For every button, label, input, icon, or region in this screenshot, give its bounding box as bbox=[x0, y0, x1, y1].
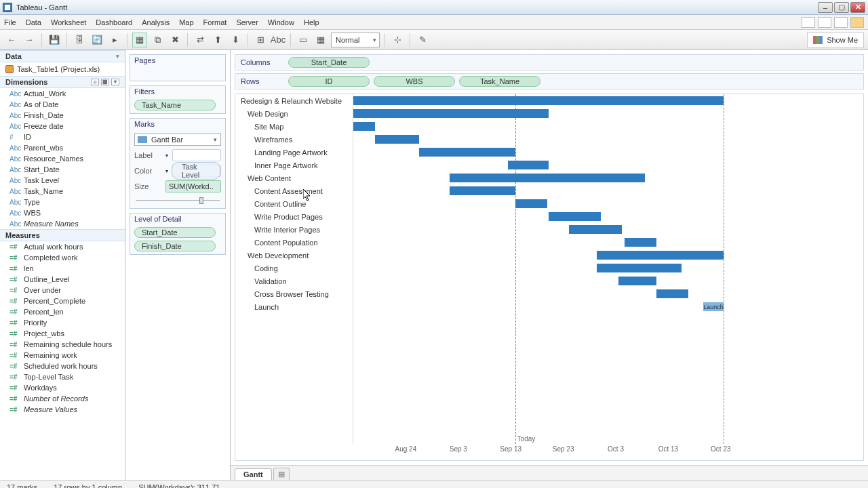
field-finish-date[interactable]: AbcFinish_Date bbox=[0, 110, 125, 121]
mark-type-combo[interactable]: Gantt Bar bbox=[134, 134, 221, 146]
field-type[interactable]: AbcType bbox=[0, 197, 125, 207]
fix-axes-button[interactable]: ⊹ bbox=[390, 33, 405, 47]
gantt-bar[interactable] bbox=[419, 148, 515, 157]
gantt-bar[interactable] bbox=[656, 289, 688, 298]
field-parent-wbs[interactable]: AbcParent_wbs bbox=[0, 142, 125, 153]
field-start-date[interactable]: AbcStart_Date bbox=[0, 164, 125, 175]
menu-help[interactable]: Help bbox=[304, 18, 319, 26]
pages-shelf[interactable]: Pages bbox=[130, 54, 226, 81]
gantt-bar[interactable] bbox=[353, 109, 549, 118]
new-sheet-button[interactable]: ▦ bbox=[132, 33, 147, 47]
swap-button[interactable]: ⇄ bbox=[193, 33, 208, 47]
fit-combo[interactable]: Normal bbox=[331, 33, 380, 47]
field-percent-complete[interactable]: =#Percent_Complete bbox=[0, 296, 125, 306]
highlight-button[interactable]: ✎ bbox=[415, 33, 430, 47]
gantt-bar[interactable] bbox=[618, 277, 656, 285]
gantt-bar[interactable] bbox=[508, 161, 549, 169]
minimize-button[interactable]: – bbox=[818, 2, 833, 13]
story-icon[interactable] bbox=[834, 17, 848, 28]
filter-pill[interactable]: Task_Name bbox=[134, 100, 216, 110]
sheet-tab-gantt[interactable]: Gantt bbox=[235, 468, 272, 480]
pill-start_date[interactable]: Start_Date bbox=[288, 57, 370, 68]
pill-wbs[interactable]: WBS bbox=[374, 76, 455, 87]
field-scheduled-work-hours[interactable]: =#Scheduled work hours bbox=[0, 361, 125, 371]
menu-window[interactable]: Window bbox=[268, 18, 294, 26]
size-slot[interactable]: SUM(Workd.. bbox=[165, 180, 221, 192]
field-project-wbs[interactable]: =#Project_wbs bbox=[0, 328, 125, 339]
cards-button[interactable]: ▦ bbox=[313, 33, 328, 47]
field-top-level-task[interactable]: =#Top-Level Task bbox=[0, 371, 125, 382]
field-remaining-work[interactable]: =#Remaining work bbox=[0, 350, 125, 361]
field-over-under[interactable]: =#Over under bbox=[0, 285, 125, 296]
rows-shelf[interactable]: Rows IDWBSTask_Name bbox=[235, 73, 864, 89]
field-outline-level[interactable]: =#Outline_Level bbox=[0, 274, 125, 285]
field-percent-len[interactable]: =#Percent_len bbox=[0, 306, 125, 317]
field-wbs[interactable]: AbcWBS bbox=[0, 207, 125, 218]
gantt-bar[interactable] bbox=[625, 238, 656, 247]
menu-format[interactable]: Format bbox=[203, 18, 227, 26]
dup-sheet-button[interactable]: ⧉ bbox=[150, 33, 165, 47]
tabbed-icon[interactable] bbox=[802, 17, 815, 28]
gantt-bar[interactable] bbox=[450, 186, 515, 195]
forward-button[interactable]: → bbox=[22, 33, 37, 47]
field-len[interactable]: =#len bbox=[0, 263, 125, 274]
field-workdays[interactable]: =#Workdays bbox=[0, 382, 125, 393]
home-icon[interactable] bbox=[850, 17, 864, 28]
field-id[interactable]: #ID bbox=[0, 131, 125, 142]
labels-button[interactable]: Abc bbox=[271, 33, 285, 47]
menu-worksheet[interactable]: Worksheet bbox=[51, 18, 86, 26]
columns-shelf[interactable]: Columns Start_Date bbox=[235, 54, 864, 70]
gantt-bar[interactable] bbox=[597, 251, 724, 260]
field-actual-work[interactable]: AbcActual_Work bbox=[0, 88, 125, 99]
clear-sheet-button[interactable]: ✖ bbox=[167, 33, 182, 47]
presentation-button[interactable]: ▭ bbox=[296, 33, 311, 47]
gantt-bar[interactable]: Launch bbox=[703, 302, 724, 311]
gantt-chart[interactable]: Redesign & Relaunch WebsiteWeb DesignSit… bbox=[235, 94, 864, 461]
filters-shelf[interactable]: Filters Task_Name bbox=[130, 85, 226, 114]
lod-shelf[interactable]: Level of Detail Start_Date Finish_Date bbox=[130, 213, 226, 255]
menu-data[interactable]: Data bbox=[26, 18, 41, 26]
color-drag-pill[interactable]: Task Level bbox=[172, 162, 220, 180]
field-number-of-records[interactable]: =#Number of Records bbox=[0, 393, 125, 404]
field-task-name[interactable]: AbcTask_Name bbox=[0, 186, 125, 197]
field-task-level[interactable]: AbcTask Level bbox=[0, 175, 125, 186]
menu-file[interactable]: File bbox=[4, 18, 16, 26]
color-slot[interactable]: Task Level bbox=[172, 165, 221, 177]
view-icon[interactable]: ▦ bbox=[101, 79, 109, 85]
gantt-bar[interactable] bbox=[353, 96, 724, 105]
new-sheet-tab[interactable]: ▦ bbox=[273, 468, 290, 480]
field-freeze-date[interactable]: AbcFreeze date bbox=[0, 121, 125, 131]
size-slider[interactable] bbox=[134, 197, 221, 204]
field-completed-work[interactable]: =#Completed work bbox=[0, 252, 125, 263]
field-measure-names[interactable]: AbcMeasure Names bbox=[0, 218, 125, 229]
auto-update-button[interactable]: 🔄 bbox=[90, 33, 104, 47]
menu-map[interactable]: Map bbox=[179, 18, 193, 26]
gantt-bar[interactable] bbox=[549, 212, 601, 221]
field-actual-work-hours[interactable]: =#Actual work hours bbox=[0, 241, 125, 252]
menu-analysis[interactable]: Analysis bbox=[142, 18, 170, 26]
gantt-bar[interactable] bbox=[597, 264, 682, 272]
pill-task_name[interactable]: Task_Name bbox=[459, 76, 540, 87]
save-button[interactable]: 💾 bbox=[47, 33, 62, 47]
maximize-button[interactable]: ▢ bbox=[834, 2, 849, 13]
gantt-bar[interactable] bbox=[450, 174, 645, 182]
field-measure-values[interactable]: =#Measure Values bbox=[0, 404, 125, 415]
field-resource-names[interactable]: AbcResource_Names bbox=[0, 153, 125, 164]
back-button[interactable]: ← bbox=[4, 33, 19, 47]
field-as-of-date[interactable]: AbcAs of Date bbox=[0, 99, 125, 110]
menu-dashboard[interactable]: Dashboard bbox=[96, 18, 132, 26]
group-button[interactable]: ⊞ bbox=[253, 33, 268, 47]
gantt-bar[interactable] bbox=[515, 199, 547, 208]
find-icon[interactable]: ⌕ bbox=[91, 79, 99, 85]
connect-button[interactable]: 🗄 bbox=[72, 33, 87, 47]
sort-asc-button[interactable]: ⬆ bbox=[210, 33, 225, 47]
menu-server[interactable]: Server bbox=[236, 18, 258, 26]
pill-id[interactable]: ID bbox=[288, 76, 370, 87]
lod-pill-finish[interactable]: Finish_Date bbox=[134, 241, 216, 251]
run-button[interactable]: ▸ bbox=[107, 33, 122, 47]
close-button[interactable]: ✕ bbox=[850, 2, 865, 13]
menu-icon[interactable]: ▾ bbox=[111, 79, 119, 85]
lod-pill-start[interactable]: Start_Date bbox=[134, 227, 216, 238]
field-remaining-schedule-hours[interactable]: =#Remaining schedule hours bbox=[0, 339, 125, 350]
data-source[interactable]: Task_Table1 (Project.xls) bbox=[0, 62, 125, 76]
